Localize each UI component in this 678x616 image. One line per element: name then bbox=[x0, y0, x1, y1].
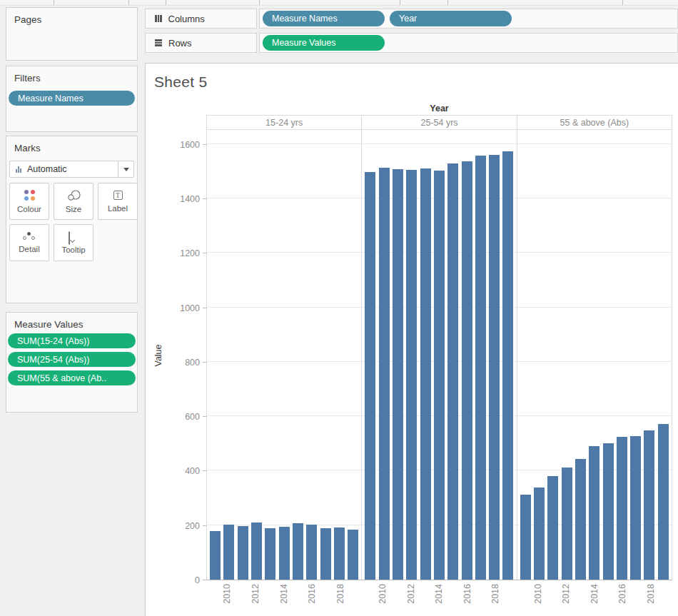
x-tick-label: 2016 bbox=[463, 584, 472, 604]
measure-pill-25-54[interactable]: SUM(25-54 (Abs)) bbox=[8, 352, 136, 367]
x-label-slot: 2012 bbox=[404, 580, 418, 616]
columns-shelf-label: Columns bbox=[168, 14, 205, 24]
x-label-slot bbox=[319, 580, 333, 616]
x-label-slot: 2010 bbox=[531, 580, 545, 616]
detail-button[interactable]: Detail bbox=[9, 224, 49, 261]
x-label-slot: 2010 bbox=[221, 580, 235, 616]
x-tick-label: 2010 bbox=[223, 584, 232, 604]
measure-values-card: Measure Values SUM(15-24 (Abs)) SUM(25-5… bbox=[6, 312, 138, 413]
bar[interactable] bbox=[393, 169, 403, 580]
bar[interactable] bbox=[238, 526, 248, 580]
bar[interactable] bbox=[520, 495, 531, 580]
bar[interactable] bbox=[334, 527, 345, 580]
x-label-slot bbox=[418, 580, 432, 616]
bar[interactable] bbox=[462, 161, 472, 580]
bar[interactable] bbox=[210, 531, 221, 580]
pages-card: Pages bbox=[6, 7, 138, 61]
size-circles-icon bbox=[66, 189, 81, 201]
toolbar-separator bbox=[166, 0, 166, 5]
bar[interactable] bbox=[475, 156, 486, 580]
bar[interactable] bbox=[406, 170, 417, 580]
bar[interactable] bbox=[589, 446, 599, 580]
tooltip-button[interactable]: Tooltip bbox=[54, 224, 93, 261]
toolbar-cutoff-strip bbox=[0, 0, 678, 6]
bar[interactable] bbox=[630, 436, 641, 580]
bar[interactable] bbox=[603, 443, 614, 580]
bar[interactable] bbox=[644, 430, 654, 580]
bar[interactable] bbox=[420, 168, 431, 580]
toolbar-separator bbox=[128, 0, 129, 5]
columns-shelf-label-box: Columns bbox=[145, 9, 257, 29]
toolbar-separator bbox=[54, 0, 54, 5]
tableau-window: Pages Filters Measure Names Marks Automa… bbox=[0, 0, 678, 616]
marks-card: Marks Automatic Colour bbox=[6, 136, 138, 303]
y-tick-label: 1000 bbox=[157, 303, 200, 314]
x-tick-label: 2018 bbox=[647, 584, 656, 604]
y-axis[interactable]: Value 02004006008001000120014001600 bbox=[146, 130, 206, 580]
bar[interactable] bbox=[658, 424, 669, 580]
sheet-title: Sheet 5 bbox=[154, 74, 208, 91]
chevron-down-icon bbox=[123, 168, 129, 171]
panel-header: 15-24 yrs bbox=[207, 116, 362, 129]
x-axis-labels[interactable]: 2010201220142016201820102012201420162018… bbox=[206, 580, 672, 616]
x-label-slot bbox=[545, 580, 560, 616]
bar[interactable] bbox=[365, 172, 375, 580]
x-label-slot bbox=[291, 580, 305, 616]
x-label-slot: 2016 bbox=[616, 580, 630, 616]
bar[interactable] bbox=[320, 528, 331, 580]
label-button-label: Label bbox=[108, 204, 128, 213]
bar[interactable] bbox=[279, 527, 290, 580]
x-label-slot: 2014 bbox=[587, 580, 602, 616]
panel-header: 55 & above (Abs) bbox=[517, 116, 672, 129]
x-tick-label: 2012 bbox=[407, 584, 416, 604]
bar[interactable] bbox=[434, 171, 445, 580]
x-label-slot bbox=[602, 580, 616, 616]
bar[interactable] bbox=[265, 528, 275, 580]
x-label-slot bbox=[517, 580, 531, 616]
columns-pill-year[interactable]: Year bbox=[390, 11, 512, 26]
detail-dots-icon bbox=[23, 232, 36, 241]
marks-buttons-grid: Colour Size T Label Det bbox=[9, 183, 137, 261]
bar[interactable] bbox=[489, 155, 500, 580]
rows-shelf-label: Rows bbox=[168, 38, 192, 49]
marks-card-title: Marks bbox=[6, 136, 137, 153]
columns-pill-measure-names[interactable]: Measure Names bbox=[263, 11, 385, 26]
filter-pill-measure-names[interactable]: Measure Names bbox=[9, 91, 135, 106]
x-tick-label: 2010 bbox=[534, 584, 543, 604]
bar[interactable] bbox=[617, 437, 627, 580]
measure-pill-55-above[interactable]: SUM(55 & above (Ab.. bbox=[8, 370, 136, 385]
x-label-slot: 2018 bbox=[489, 580, 503, 616]
worksheet-area: Columns Measure Names Year Rows Measure … bbox=[145, 6, 678, 616]
label-button[interactable]: T Label bbox=[98, 183, 138, 220]
size-button[interactable]: Size bbox=[54, 183, 93, 220]
bar[interactable] bbox=[306, 525, 317, 580]
bars-group bbox=[207, 130, 361, 580]
bar[interactable] bbox=[348, 530, 358, 580]
sidebar: Pages Filters Measure Names Marks Automa… bbox=[0, 6, 145, 616]
y-tick-label: 800 bbox=[157, 357, 200, 368]
x-label-slot bbox=[206, 580, 221, 616]
measure-pill-15-24[interactable]: SUM(15-24 (Abs)) bbox=[8, 333, 136, 348]
bar[interactable] bbox=[562, 468, 572, 580]
x-label-panel: 20102012201420162018 bbox=[362, 580, 517, 616]
bar[interactable] bbox=[293, 523, 303, 580]
bar[interactable] bbox=[379, 168, 390, 580]
y-tick-label: 200 bbox=[157, 520, 200, 532]
bar[interactable] bbox=[251, 522, 262, 580]
rows-shelf-pills[interactable]: Measure Values bbox=[259, 33, 678, 53]
mark-type-dropdown[interactable]: Automatic bbox=[9, 161, 134, 178]
rows-pill-measure-values[interactable]: Measure Values bbox=[263, 35, 385, 51]
columns-shelf-pills[interactable]: Measure Names Year bbox=[259, 9, 678, 29]
x-tick-label: 2010 bbox=[378, 584, 388, 604]
bar[interactable] bbox=[223, 525, 234, 580]
colour-button[interactable]: Colour bbox=[9, 183, 49, 220]
bar[interactable] bbox=[534, 488, 545, 580]
chart-panel bbox=[362, 130, 517, 580]
bar[interactable] bbox=[575, 459, 586, 580]
dropdown-caret-button[interactable] bbox=[118, 161, 133, 177]
bar[interactable] bbox=[447, 163, 458, 580]
bar[interactable] bbox=[502, 151, 513, 580]
bar[interactable] bbox=[547, 476, 558, 580]
x-label-slot: 2014 bbox=[432, 580, 447, 616]
chart-panel bbox=[207, 130, 362, 580]
